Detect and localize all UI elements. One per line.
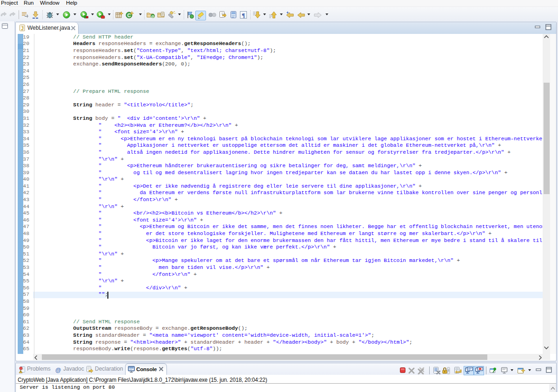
svg-text:@: @ [55, 367, 61, 373]
svg-text:¶: ¶ [242, 12, 245, 19]
svg-text:J: J [21, 26, 24, 31]
svg-text:@: @ [151, 14, 154, 19]
